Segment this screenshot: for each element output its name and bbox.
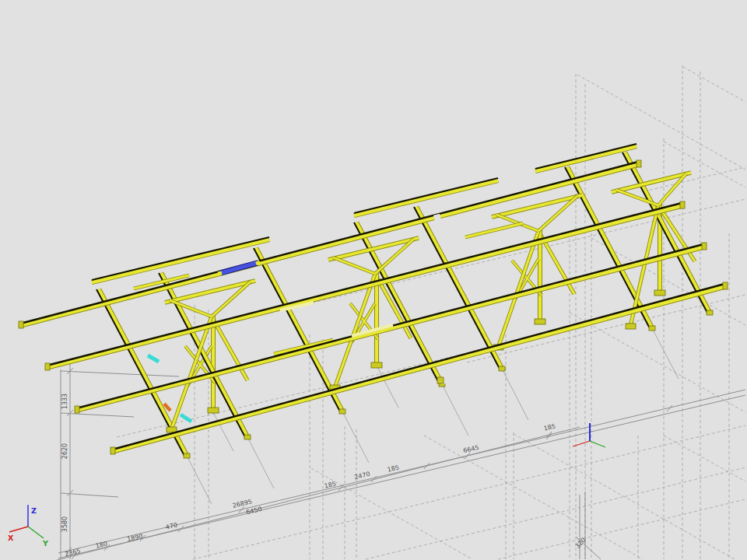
- dim-label-1333: 1333: [61, 394, 68, 409]
- y-axis-label: Y: [42, 539, 48, 548]
- cad-application-window: 1333 2620 3580 26895 6450 6645 185 2365 …: [0, 0, 747, 560]
- selected-member-right-cap: [256, 262, 260, 264]
- x-axis-label: X: [8, 534, 14, 542]
- dim-label-2620: 2620: [61, 443, 68, 459]
- selected-member-left-cap: [218, 273, 222, 274]
- dim-label-3580: 3580: [61, 516, 68, 532]
- z-axis-label: Z: [31, 506, 37, 515]
- model-viewport[interactable]: 1333 2620 3580 26895 6450 6645 185 2365 …: [0, 0, 747, 560]
